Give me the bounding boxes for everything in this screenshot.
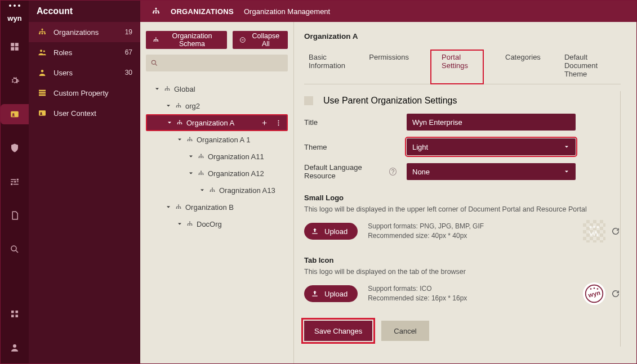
small-logo-upload-button[interactable]: Upload (304, 223, 358, 240)
svg-point-67 (214, 191, 215, 192)
plus-icon[interactable] (261, 119, 268, 127)
svg-rect-5 (11, 47, 14, 51)
rail-settings-icon[interactable] (1, 70, 29, 91)
search-field[interactable] (162, 59, 283, 68)
upload-icon (311, 227, 319, 235)
sidebar-item-count: 67 (125, 48, 132, 56)
detail-panel: Organization A Basic Information Permiss… (293, 22, 636, 363)
help-icon[interactable]: ? (389, 168, 397, 176)
use-parent-checkbox[interactable] (304, 96, 313, 105)
svg-rect-22 (39, 90, 46, 92)
svg-point-74 (189, 224, 190, 226)
reset-icon[interactable] (611, 289, 620, 298)
svg-point-9 (11, 246, 16, 251)
sidebar-item-custom-property[interactable]: Custom Property (29, 83, 140, 103)
svg-point-72 (189, 222, 190, 223)
small-logo-thumb (583, 220, 605, 242)
section-desc: This logo will be displayed on the tab o… (304, 268, 620, 276)
svg-point-53 (188, 140, 189, 141)
rail-user-icon[interactable] (1, 338, 29, 358)
svg-point-49 (278, 120, 279, 121)
svg-point-68 (178, 205, 179, 206)
rail-sliders-icon[interactable] (1, 172, 29, 192)
tree-node[interactable]: Organization A12 (146, 165, 288, 182)
org-icon (38, 28, 47, 37)
search-input[interactable] (146, 55, 288, 71)
tab-categories[interactable]: Categories (503, 50, 543, 84)
rail-apps-icon[interactable] (1, 304, 29, 324)
svg-point-33 (155, 41, 157, 42)
tree-node[interactable]: Organization B (146, 199, 288, 215)
rail-dashboard-icon[interactable] (1, 37, 29, 57)
tab-basic[interactable]: Basic Information (306, 50, 348, 84)
svg-point-47 (179, 123, 180, 124)
nav-rail: wyn (1, 1, 29, 363)
search-icon (150, 59, 158, 67)
save-button[interactable]: Save Changes (304, 321, 372, 341)
chevron-down-icon (563, 143, 570, 150)
tree-node[interactable]: org2 (146, 97, 288, 114)
svg-point-17 (42, 33, 43, 34)
svg-point-73 (188, 224, 189, 226)
svg-point-32 (153, 41, 154, 42)
org-icon (152, 7, 161, 16)
rail-document-icon[interactable] (1, 205, 29, 226)
sidebar-item-roles[interactable]: Roles 67 (29, 42, 140, 62)
sidebar-item-user-context[interactable]: User Context (29, 103, 140, 123)
svg-point-44 (180, 106, 181, 107)
sidebar: Account Organizations 19 Roles 67 Users … (29, 1, 140, 363)
sidebar-item-users[interactable]: Users 30 (29, 62, 140, 83)
svg-rect-6 (15, 47, 19, 51)
svg-point-28 (153, 12, 154, 14)
tabs: Basic Information Permissions Portal Set… (304, 47, 621, 84)
svg-point-60 (201, 171, 202, 172)
svg-point-38 (165, 89, 166, 91)
org-schema-button[interactable]: Organization Schema (146, 31, 227, 49)
sidebar-item-label: Users (54, 69, 73, 77)
sidebar-item-label: Custom Property (54, 89, 109, 97)
svg-point-69 (176, 208, 177, 209)
svg-point-77 (593, 226, 595, 228)
theme-select[interactable]: Light (407, 138, 576, 155)
sidebar-item-label: Roles (54, 48, 72, 57)
section-heading: Small Logo (304, 194, 620, 202)
reset-icon[interactable] (611, 227, 620, 236)
svg-point-51 (278, 124, 279, 125)
rail-security-icon[interactable] (1, 138, 29, 158)
small-logo-meta: Support formats: PNG, JPG, BMP, GIF Reco… (368, 222, 484, 241)
svg-rect-4 (15, 43, 19, 46)
sidebar-item-count: 19 (125, 28, 132, 36)
svg-point-55 (191, 140, 193, 141)
tab-icon-upload-button[interactable]: Upload (304, 285, 358, 302)
svg-point-52 (189, 137, 190, 138)
svg-point-63 (203, 174, 204, 175)
button-label: Organization Schema (164, 32, 220, 48)
svg-point-21 (41, 70, 44, 73)
svg-rect-23 (39, 92, 46, 94)
user-icon (38, 68, 47, 77)
rail-account-icon[interactable] (1, 104, 29, 124)
tab-default-theme[interactable]: Default Document Theme (562, 50, 621, 84)
svg-point-36 (152, 60, 155, 64)
lang-select[interactable]: None (407, 163, 576, 180)
tree-node[interactable]: Global (146, 80, 288, 97)
svg-point-2 (18, 5, 20, 7)
tree-node[interactable]: Organization A 1 (146, 131, 288, 148)
tree-node[interactable]: Organization A (146, 114, 288, 131)
tree-node[interactable]: Oragnization A13 (146, 182, 288, 199)
tab-portal-settings[interactable]: Portal Settings (430, 50, 484, 84)
kebab-icon[interactable] (275, 119, 282, 127)
lang-label: Default Language Resource ? (304, 163, 397, 180)
title-field[interactable]: Wyn Enterprise (407, 114, 576, 131)
tree-node[interactable]: Organization A11 (146, 148, 288, 165)
cancel-button[interactable]: Cancel (381, 321, 429, 341)
collapse-all-button[interactable]: Collapse All (233, 31, 288, 49)
brand-logo: wyn (5, 4, 24, 23)
section-desc: This logo will be displayed in the upper… (304, 205, 620, 213)
tree-node[interactable]: DocOrg (146, 215, 288, 232)
svg-point-41 (178, 104, 179, 105)
sidebar-item-organizations[interactable]: Organizations 19 (29, 22, 140, 42)
context-icon (38, 109, 47, 118)
tab-permissions[interactable]: Permissions (367, 50, 411, 84)
rail-search-icon[interactable] (1, 239, 29, 259)
